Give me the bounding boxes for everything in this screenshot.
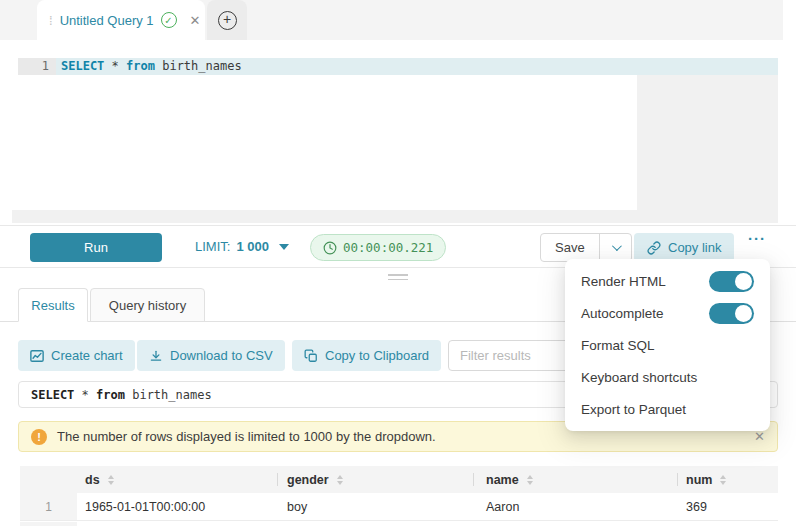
warning-text: The number of rows displayed is limited … xyxy=(57,429,436,444)
link-icon xyxy=(647,241,661,255)
row-index xyxy=(20,522,77,526)
save-options-button[interactable] xyxy=(599,234,631,261)
autocomplete-toggle[interactable] xyxy=(709,303,754,324)
chart-icon xyxy=(30,349,44,363)
menu-item-label: Keyboard shortcuts xyxy=(581,370,697,385)
menu-item-label: Export to Parquet xyxy=(581,402,686,417)
column-header-num[interactable]: num xyxy=(686,466,726,493)
sort-icon[interactable] xyxy=(108,475,114,485)
save-split-button: Save xyxy=(540,233,632,262)
plus-icon: + xyxy=(218,11,237,30)
query-timer-badge: 00:00:00.221 xyxy=(310,234,446,261)
column-label: ds xyxy=(85,473,100,487)
caret-down-icon xyxy=(279,244,289,250)
sql-operator: * xyxy=(74,388,96,402)
menu-item-autocomplete[interactable]: Autocomplete xyxy=(565,297,770,329)
sql-table-name: birth_names xyxy=(155,59,242,73)
cell-name: Aaron xyxy=(486,493,519,521)
options-dropdown-menu: Render HTML Autocomplete Format SQL Keyb… xyxy=(565,259,770,431)
sort-icon[interactable] xyxy=(527,475,533,485)
tab-query-history[interactable]: Query history xyxy=(90,288,205,322)
cell-ds: 1965-01-01T00:00:00 xyxy=(85,493,205,521)
column-header-ds[interactable]: ds xyxy=(85,466,114,493)
more-options-button[interactable]: ··· xyxy=(748,230,766,247)
copy-clipboard-label: Copy to Clipboard xyxy=(325,348,429,363)
cell-gender: boy xyxy=(287,493,307,521)
sort-icon[interactable] xyxy=(720,475,726,485)
sql-table-name: birth_names xyxy=(125,388,212,402)
query-tab[interactable]: ⁞ Untitled Query 1 ✓ ✕ xyxy=(37,0,205,40)
run-button[interactable]: Run xyxy=(30,233,162,262)
query-tab-title: Untitled Query 1 xyxy=(60,13,154,28)
chevron-down-icon xyxy=(612,241,622,251)
editor-print-margin-area xyxy=(637,75,778,223)
download-icon xyxy=(149,349,163,363)
copy-link-button[interactable]: Copy link xyxy=(634,233,734,262)
new-query-tab-button[interactable]: + xyxy=(207,0,247,40)
query-saved-check-icon: ✓ xyxy=(161,12,177,28)
row-index: 1 xyxy=(20,493,77,520)
timer-value: 00:00:00.221 xyxy=(343,240,433,255)
sort-icon[interactable] xyxy=(337,475,343,485)
create-chart-label: Create chart xyxy=(51,348,123,363)
download-csv-button[interactable]: Download to CSV xyxy=(137,340,285,371)
editor-horizontal-scrollbar[interactable] xyxy=(12,210,778,223)
column-divider xyxy=(473,473,474,486)
editor-code-line[interactable]: SELECT * from birth_names xyxy=(61,58,242,75)
sql-keyword: from xyxy=(126,59,155,73)
column-header-name[interactable]: name xyxy=(486,466,533,493)
warning-icon: ! xyxy=(31,429,47,445)
sql-editor[interactable]: 1 SELECT * from birth_names xyxy=(0,50,796,225)
cell-num: 369 xyxy=(686,493,707,521)
copy-link-label: Copy link xyxy=(668,240,721,255)
menu-item-label: Render HTML xyxy=(581,274,666,289)
limit-value: 1 000 xyxy=(236,239,269,254)
limit-label: LIMIT: xyxy=(195,239,230,254)
table-row[interactable]: 1 1965-01-01T00:00:00 boy Aaron 369 xyxy=(20,493,778,521)
query-tab-bar: ⁞ Untitled Query 1 ✓ ✕ + xyxy=(0,0,783,40)
column-label: num xyxy=(686,473,712,487)
tab-results[interactable]: Results xyxy=(18,288,88,322)
toggle-knob xyxy=(735,273,752,290)
save-button[interactable]: Save xyxy=(541,234,599,261)
sql-keyword: from xyxy=(96,388,125,402)
menu-item-keyboard-shortcuts[interactable]: Keyboard shortcuts xyxy=(565,361,770,393)
limit-dropdown[interactable]: LIMIT: 1 000 xyxy=(195,226,289,267)
column-header-gender[interactable]: gender xyxy=(287,466,343,493)
menu-item-label: Autocomplete xyxy=(581,306,664,321)
toggle-knob xyxy=(735,305,752,322)
menu-item-export-parquet[interactable]: Export to Parquet xyxy=(565,393,770,425)
sql-operator: * xyxy=(104,59,126,73)
menu-item-render-html[interactable]: Render HTML xyxy=(565,265,770,297)
results-table-header: ds gender name num xyxy=(20,466,778,493)
create-chart-button[interactable]: Create chart xyxy=(18,340,135,371)
table-row-clipped xyxy=(20,522,778,526)
menu-item-format-sql[interactable]: Format SQL xyxy=(565,329,770,361)
drag-handle-icon[interactable]: ⁞ xyxy=(49,14,53,27)
editor-line-number: 1 xyxy=(18,58,56,75)
download-csv-label: Download to CSV xyxy=(170,348,273,363)
column-divider xyxy=(277,473,278,486)
column-label: gender xyxy=(287,473,329,487)
warning-close-icon[interactable]: ✕ xyxy=(754,429,765,444)
query-tab-close-icon[interactable]: ✕ xyxy=(190,13,201,28)
render-html-toggle[interactable] xyxy=(709,271,754,292)
sql-keyword: SELECT xyxy=(61,59,104,73)
panel-resize-handle[interactable] xyxy=(388,274,408,283)
column-divider xyxy=(677,473,678,486)
clock-icon xyxy=(323,241,337,255)
copy-clipboard-button[interactable]: Copy to Clipboard xyxy=(292,340,441,371)
clipboard-icon xyxy=(304,349,318,363)
menu-item-label: Format SQL xyxy=(581,338,655,353)
sql-lab-app: ⁞ Untitled Query 1 ✓ ✕ + 1 SELECT * from… xyxy=(0,0,796,526)
column-label: name xyxy=(486,473,519,487)
sql-keyword: SELECT xyxy=(31,388,74,402)
